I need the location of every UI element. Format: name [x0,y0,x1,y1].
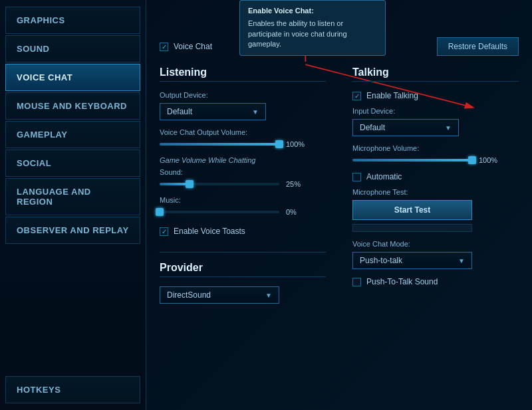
enable-talking-label: Enable Talking [366,91,418,100]
game-volume-section: Game Volume While Chatting Sound: 25% Mu… [160,156,326,216]
sound-slider-thumb[interactable] [186,180,194,188]
volume-label: Voice Chat Output Volume: [160,128,326,136]
sidebar-item-mouse-keyboard[interactable]: Mouse and Keyboard [5,92,140,120]
sidebar-item-observer-replay[interactable]: Observer and Replay [5,217,140,244]
mic-volume-slider-thumb[interactable] [468,156,476,164]
sound-value: 25% [286,180,309,188]
enable-toasts-label: Enable Voice Toasts [174,227,245,236]
volume-slider-track[interactable] [160,143,279,146]
main-content: Enable Voice Chat: Enables the ability t… [146,0,532,410]
music-value: 0% [286,208,309,216]
tooltip-title: Enable Voice Chat: [248,6,377,16]
mic-volume-slider-fill [352,159,472,161]
push-to-talk-sound-label: Push-To-Talk Sound [366,277,438,286]
output-device-value: Default [167,107,192,116]
push-to-talk-sound-checkbox[interactable] [352,278,361,286]
talking-column: Talking Enable Talking Input Device: Def… [352,66,519,312]
provider-arrow-icon: ▼ [265,292,272,299]
voice-chat-checkbox[interactable] [160,43,168,51]
volume-slider-fill [160,143,279,146]
push-to-talk-sound-row: Push-To-Talk Sound [352,277,519,286]
output-device-dropdown[interactable]: Default ▼ [160,103,266,120]
volume-slider-thumb[interactable] [275,140,283,148]
input-device-value: Default [360,123,385,132]
enable-talking-checkbox[interactable] [352,92,361,100]
output-device-arrow-icon: ▼ [252,108,259,116]
sound-slider-row: 25% [160,180,326,188]
voice-chat-mode-arrow-icon: ▼ [458,257,465,264]
sound-label: Sound: [160,168,326,176]
voice-chat-mode-value: Push-to-talk [360,256,402,265]
listening-title: Listening [160,66,326,82]
sidebar-item-gameplay[interactable]: Gameplay [5,121,140,148]
enable-talking-row: Enable Talking [352,91,519,100]
music-slider-row: 0% [160,208,326,216]
voice-chat-mode-label: Voice Chat Mode: [352,240,519,248]
volume-value: 100% [286,140,309,148]
voice-chat-mode-dropdown[interactable]: Push-to-talk ▼ [352,252,472,269]
mic-volume-slider-row: 100% [352,156,519,164]
enable-toasts-row: Enable Voice Toasts [160,227,326,236]
sidebar-item-voice-chat[interactable]: Voice Chat [5,64,140,91]
provider-dropdown[interactable]: DirectSound ▼ [160,286,279,304]
mic-test-progress-bar [352,224,472,232]
sidebar-item-language-region[interactable]: Language and Region [5,178,140,215]
start-test-button[interactable]: Start Test [352,200,472,220]
automatic-label: Automatic [366,172,402,181]
mic-volume-value: 100% [479,156,502,164]
music-slider-thumb[interactable] [156,208,164,216]
automatic-checkbox[interactable] [352,173,361,181]
input-device-dropdown[interactable]: Default ▼ [352,119,459,136]
sidebar-item-hotkeys[interactable]: Hotkeys [5,376,140,403]
sidebar-item-social[interactable]: Social [5,150,140,177]
input-device-arrow-icon: ▼ [445,124,452,132]
sound-slider-track[interactable] [160,183,279,185]
input-device-label: Input Device: [352,107,519,115]
voice-chat-label: Voice Chat [174,42,212,51]
output-device-label: Output Device: [160,91,326,99]
provider-title: Provider [160,262,326,277]
mic-volume-slider-track[interactable] [352,159,472,161]
mic-test-label: Microphone Test: [352,188,519,196]
game-volume-title: Game Volume While Chatting [160,156,326,164]
volume-slider-row: 100% [160,140,326,148]
talking-title: Talking [352,66,519,82]
automatic-row: Automatic [352,172,519,181]
listening-column: Listening Output Device: Default ▼ Voice… [160,66,326,312]
sidebar: GraphicsSoundVoice ChatMouse and Keyboar… [0,0,146,410]
restore-defaults-button[interactable]: Restore Defaults [437,37,519,56]
tooltip-body: Enables the ability to listen or partici… [248,19,377,49]
content-columns: Listening Output Device: Default ▼ Voice… [160,66,519,312]
provider-section: Provider DirectSound ▼ [160,252,326,304]
mic-volume-label: Microphone Volume: [352,144,519,152]
music-slider-track[interactable] [160,211,279,213]
music-label: Music: [160,196,326,204]
sidebar-item-graphics[interactable]: Graphics [5,7,140,34]
sidebar-item-sound[interactable]: Sound [5,35,140,62]
voice-chat-enable-row: Voice Chat [160,42,212,51]
tooltip: Enable Voice Chat: Enables the ability t… [239,0,386,56]
provider-value: DirectSound [167,290,211,300]
enable-toasts-checkbox[interactable] [160,227,168,236]
